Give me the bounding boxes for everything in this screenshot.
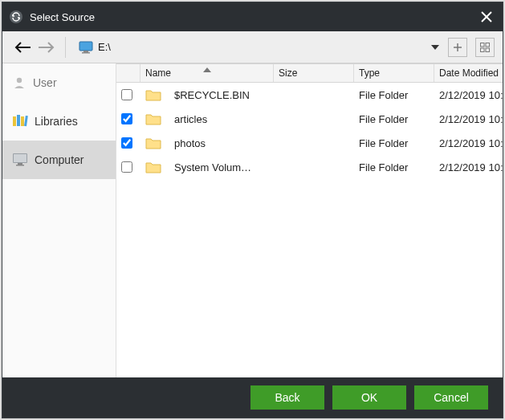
computer-icon	[12, 153, 28, 167]
path-text: E:\	[98, 41, 111, 53]
row-checkbox[interactable]	[121, 89, 132, 100]
file-row[interactable]: $RECYCLE.BIN File Folder 2/12/2019 10:02…	[116, 83, 503, 107]
svg-rect-12	[486, 43, 490, 47]
user-icon	[12, 75, 26, 90]
cancel-button[interactable]: Cancel	[414, 385, 488, 410]
row-name: System Volum…	[169, 155, 274, 179]
body: User Libraries Computer	[2, 63, 503, 377]
row-checkbox[interactable]	[121, 113, 132, 124]
ok-button[interactable]: OK	[332, 385, 406, 410]
drive-icon	[79, 41, 93, 54]
file-listing: Name Size Type Date Modified	[116, 63, 503, 377]
row-date: 2/12/2019 10:03 ...	[434, 131, 503, 155]
column-header-size[interactable]: Size	[274, 64, 354, 82]
sidebar-label-libraries: Libraries	[35, 115, 78, 128]
folder-icon	[141, 83, 169, 107]
file-row[interactable]: photos File Folder 2/12/2019 10:03 ...	[116, 131, 503, 155]
svg-rect-14	[486, 48, 490, 52]
nav-forward-button[interactable]	[35, 36, 57, 59]
column-header-date[interactable]: Date Modified	[434, 64, 503, 82]
titlebar: Select Source	[2, 2, 503, 31]
row-type: File Folder	[354, 155, 434, 179]
sidebar-item-user[interactable]: User	[2, 63, 116, 102]
sidebar-label-user: User	[33, 76, 57, 89]
row-name: photos	[169, 131, 274, 155]
svg-rect-22	[18, 163, 22, 165]
svg-point-15	[17, 78, 22, 83]
row-type: File Folder	[354, 83, 434, 107]
toolbar-separator	[65, 37, 66, 58]
path-box[interactable]: E:\	[74, 36, 430, 59]
row-type: File Folder	[354, 107, 434, 131]
row-type: File Folder	[354, 131, 434, 155]
row-date: 2/12/2019 10:14 ...	[434, 155, 503, 179]
toolbar: E:\	[2, 31, 503, 63]
svg-marker-24	[203, 67, 211, 72]
column-label-name: Name	[145, 67, 171, 79]
svg-rect-6	[83, 51, 88, 52]
back-button[interactable]: Back	[250, 385, 324, 410]
svg-rect-18	[21, 116, 24, 126]
svg-rect-17	[17, 115, 20, 126]
column-header-type[interactable]: Type	[354, 64, 434, 82]
svg-rect-16	[13, 116, 16, 126]
row-name: articles	[169, 107, 274, 131]
file-rows: $RECYCLE.BIN File Folder 2/12/2019 10:02…	[116, 83, 503, 377]
column-header-checkbox[interactable]	[116, 64, 141, 82]
file-row[interactable]: articles File Folder 2/12/2019 10:02 ...	[116, 107, 503, 131]
path-dropdown-button[interactable]	[430, 44, 440, 51]
svg-rect-19	[24, 116, 28, 126]
row-name: $RECYCLE.BIN	[169, 83, 274, 107]
column-label-type: Type	[359, 67, 380, 79]
column-header-name[interactable]: Name	[141, 64, 274, 82]
row-date: 2/12/2019 10:02 ...	[434, 107, 503, 131]
file-row[interactable]: System Volum… File Folder 2/12/2019 10:1…	[116, 155, 503, 179]
row-size	[274, 131, 354, 155]
sort-ascending-icon	[203, 63, 211, 75]
svg-rect-21	[14, 154, 26, 162]
column-label-size: Size	[279, 67, 297, 79]
sidebar: User Libraries Computer	[2, 63, 116, 377]
svg-marker-8	[431, 45, 439, 50]
folder-icon	[141, 107, 169, 131]
window: Select Source	[2, 2, 503, 418]
plus-icon	[453, 43, 462, 52]
svg-rect-11	[481, 43, 485, 47]
column-header-row: Name Size Type Date Modified	[116, 63, 503, 83]
sidebar-label-computer: Computer	[35, 153, 83, 166]
window-title: Select Source	[30, 11, 477, 23]
row-date: 2/12/2019 10:02 ...	[434, 83, 503, 107]
new-folder-button[interactable]	[448, 38, 467, 57]
row-checkbox[interactable]	[121, 161, 132, 173]
sidebar-item-libraries[interactable]: Libraries	[2, 102, 116, 141]
column-label-date: Date Modified	[439, 67, 499, 79]
svg-rect-5	[79, 42, 92, 51]
footer: Back OK Cancel	[2, 377, 503, 418]
row-size	[274, 83, 354, 107]
libraries-icon	[12, 114, 28, 128]
sidebar-item-computer[interactable]: Computer	[2, 141, 116, 179]
app-logo-icon	[9, 10, 23, 24]
folder-icon	[141, 155, 169, 179]
view-grid-button[interactable]	[475, 38, 495, 57]
grid-icon	[480, 43, 490, 52]
svg-rect-7	[82, 52, 90, 54]
svg-rect-23	[16, 165, 24, 166]
nav-back-button[interactable]	[12, 36, 35, 59]
close-button[interactable]	[477, 7, 496, 27]
row-size	[274, 107, 354, 131]
row-checkbox[interactable]	[121, 137, 132, 149]
folder-icon	[141, 131, 169, 155]
svg-rect-13	[481, 48, 485, 52]
row-size	[274, 155, 354, 179]
